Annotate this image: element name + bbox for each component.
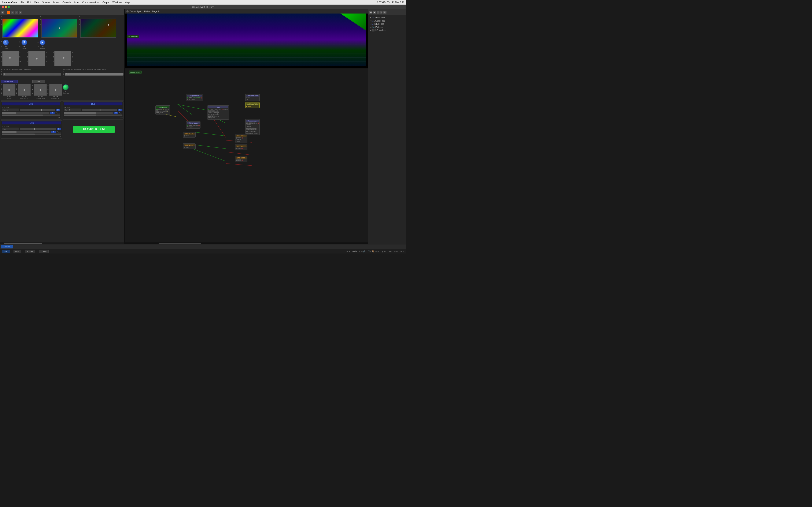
live-slider-2[interactable] [82, 109, 117, 111]
menu-actors[interactable]: Actors [53, 1, 59, 4]
scene-tab-2[interactable]: 2 [11, 11, 14, 14]
end-slider-1[interactable] [2, 114, 60, 116]
fp-btn-4[interactable]: - [380, 11, 383, 14]
menu-output[interactable]: Output [103, 1, 109, 4]
menu-communications[interactable]: Communications [82, 1, 100, 4]
lfo-node-r2: LFO NODE 113 3 [235, 145, 247, 150]
trigger2-row-2: 84 trigger [187, 126, 200, 128]
maximize-button[interactable] [8, 6, 10, 8]
menu-edit[interactable]: Edit [27, 1, 31, 4]
toolbar-stop[interactable]: ■ [1, 11, 4, 14]
svg-line-8 [192, 132, 226, 136]
node-graph-scrollbar[interactable] [125, 242, 368, 244]
knob-2[interactable] [20, 39, 28, 46]
icon-3dmodels: ⬛ [372, 30, 374, 32]
grey-dot-2 [36, 58, 38, 60]
menu-help[interactable]: Help [125, 1, 130, 4]
icon-midi: ♫ [372, 23, 374, 25]
pan-dot-4 [55, 89, 56, 91]
port-y [163, 109, 164, 110]
fp-btn-3[interactable]: + [377, 11, 379, 14]
end-slider-2[interactable] [64, 114, 122, 116]
pan-slider-3[interactable] [34, 84, 47, 96]
effect-row-3: off bypass [156, 112, 169, 113]
arrow-3dmodels: ◀ [370, 30, 371, 31]
kaleid-row4: 90 58.883 Sour. [246, 127, 259, 129]
scene-tab-4[interactable]: 4 [18, 11, 22, 14]
lfo1-title: LFO NODE [184, 133, 195, 134]
resync-button[interactable]: RE SYNC ALL LFO [73, 126, 115, 133]
val-button[interactable]: VAL [32, 80, 45, 83]
status-tab-tcpip[interactable]: TCP/IP [39, 250, 49, 253]
effect-row: rgb out vid-cpu [156, 109, 169, 110]
stage-content [127, 13, 366, 66]
close-button[interactable] [2, 6, 4, 8]
grey-box-3 [54, 51, 71, 66]
lfo1-row: 108 3 [184, 135, 195, 136]
live-slider-1[interactable] [20, 109, 55, 111]
pan-slider-1[interactable] [3, 84, 15, 96]
pan-label-4: Induction A... [51, 98, 60, 99]
phase-slider-bottom[interactable] [2, 131, 51, 133]
item-select-bottom[interactable]: Item [2, 128, 19, 130]
live-slider-bottom[interactable] [20, 128, 56, 130]
fp-btn-1[interactable]: ◀ [369, 11, 372, 14]
file-tree-3dmodels[interactable]: ◀ ⬛ 3D Models [369, 29, 405, 32]
panner-row: video in video out vid-cpu [208, 109, 228, 110]
phase-slider-1[interactable] [2, 112, 49, 114]
live-group-2: -- LIVE -- PD Test Item 2 0.5 [63, 101, 123, 120]
item-select-1[interactable]: Item 1 [2, 109, 19, 111]
untitled-tab[interactable]: Untitled [1, 245, 13, 248]
mix-slider-1[interactable]: ▼4 [3, 73, 61, 76]
stage-green-corner [341, 13, 366, 31]
menu-file[interactable]: File [20, 1, 24, 4]
lfo2-port [184, 147, 185, 148]
menu-controls[interactable]: Controls [62, 1, 71, 4]
status-tab-osc[interactable]: OSC [2, 250, 10, 253]
kaleid-row7: 93 99.6637 Outp. [246, 132, 259, 134]
status-tab-midi[interactable]: MIDI [13, 250, 21, 253]
green-knob[interactable] [63, 84, 69, 91]
effect-mixer-title: Effect Mixer [156, 106, 169, 108]
stage-close[interactable] [126, 10, 129, 12]
menu-input[interactable]: Input [74, 1, 79, 4]
trigger-value-node-2: Trigger Value value output 0 84 trigger [186, 121, 200, 129]
file-tree-midi[interactable]: ◀ ♫ MIDI Files [369, 22, 405, 25]
lfor3-title: LFO NODE [236, 157, 247, 159]
pan-slider-4[interactable] [49, 84, 62, 96]
mix-slider-2[interactable]: ▼9 [65, 73, 123, 76]
pan-reset-button[interactable]: PAN RESET [1, 80, 18, 83]
h-scrollbar[interactable] [0, 242, 124, 244]
knob-3[interactable] [38, 38, 47, 47]
pan-slider-2[interactable] [18, 84, 31, 96]
svg-line-9 [192, 145, 226, 149]
lfo2-title: LFO NODE [184, 144, 195, 146]
fp-btn-2[interactable]: ▶ [373, 11, 376, 14]
kaleid-row5: 91 50.314 Refle. [246, 129, 259, 130]
status-tab-serial[interactable]: SERIAL [25, 250, 35, 253]
menu-scenes[interactable]: Scenes [42, 1, 50, 4]
phase-label-2: Fase [119, 112, 122, 114]
scene-tab-1[interactable]: 1 [7, 11, 10, 14]
file-tree-audio[interactable]: ◀ ♫ Audio Files [369, 19, 405, 22]
minimize-button[interactable] [5, 6, 7, 8]
left-content: A B C A [0, 15, 124, 242]
end-val-bottom: 38 [2, 135, 61, 137]
end-slider-bottom[interactable] [2, 133, 61, 135]
menu-bar-right: 1.37 GB Thu 12 Mar 3:21 [377, 1, 404, 4]
val-sliders-row: ABC 50 - 50 Panning Sorro ABC [32, 84, 69, 99]
file-tree-pictures[interactable]: ◀ 📷 Pictures [369, 25, 405, 29]
pan-val-3: 50 - 50 [38, 96, 43, 97]
item-label-2: Item 2 [65, 109, 70, 111]
live-header-bottom: -- LIVE -- [2, 121, 61, 124]
fp-btn-5[interactable]: ↻ [383, 11, 387, 14]
menu-windows[interactable]: Windows [112, 1, 122, 4]
file-tree-video[interactable]: ▶ 🎙 Video Files [369, 16, 405, 19]
phase-slider-2[interactable] [64, 112, 113, 114]
item-select-2[interactable]: Item 2 [64, 109, 81, 111]
node-graph[interactable]: rgb out vid-cpu Trigger Value value outp… [125, 68, 368, 242]
scene-tab-3[interactable]: 3 [14, 11, 18, 14]
knob-1[interactable] [1, 38, 10, 47]
menu-view[interactable]: View [34, 1, 39, 4]
pan-label-5: Channels [63, 92, 69, 94]
